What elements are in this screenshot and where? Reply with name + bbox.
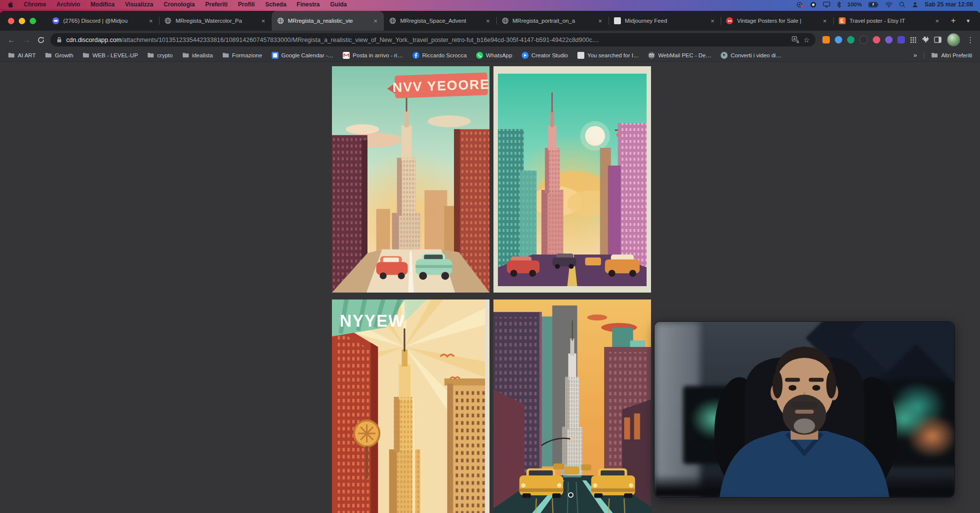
discord-favicon xyxy=(52,17,59,24)
close-tab-icon[interactable]: × xyxy=(373,17,379,25)
tab-watercolor[interactable]: MRregista_Watercolor_Pa × xyxy=(159,11,271,31)
bookmark-label: Altri Preferiti xyxy=(941,52,972,58)
bookmark-label: Riccardo Scrocca xyxy=(422,52,467,58)
close-tab-icon[interactable]: × xyxy=(934,17,940,25)
bookmark-you-searched[interactable]: You searched for I… xyxy=(577,52,639,59)
bookmark-other-favorites[interactable]: Altri Preferiti xyxy=(931,52,972,59)
google-calendar-icon xyxy=(272,52,279,59)
user-switch-icon[interactable] xyxy=(912,1,918,8)
tab-search-chevron-icon[interactable]: ▾ xyxy=(961,14,975,28)
extension-icon-green[interactable] xyxy=(847,36,855,43)
bookmarks-overflow-chevron[interactable]: » xyxy=(913,51,917,59)
tab-discord[interactable]: (2765) Discord | @Midjou × xyxy=(47,11,159,31)
whatsapp-icon xyxy=(476,52,483,59)
menu-item-modifica[interactable]: Modifica xyxy=(90,1,115,8)
bookmark-label: WEB - LEVEL-UP xyxy=(92,52,138,58)
menu-item-chrome[interactable]: Chrome xyxy=(24,1,46,8)
side-panel-icon[interactable] xyxy=(934,37,941,43)
bookmark-web-level-up[interactable]: WEB - LEVEL-UP xyxy=(82,52,138,59)
menu-item-guida[interactable]: Guida xyxy=(330,1,347,8)
apple-menu-icon[interactable] xyxy=(7,1,13,8)
tab-etsy[interactable]: E Travel poster - Etsy IT × xyxy=(833,11,945,31)
menu-clock[interactable]: Sab 25 mar 12:08 xyxy=(925,1,973,8)
bookmark-facebook-profile[interactable]: Riccardo Scrocca xyxy=(412,52,467,59)
bookmark-label: Growth xyxy=(55,52,73,58)
globe-favicon xyxy=(277,17,284,24)
bookmark-star-icon[interactable]: ☆ xyxy=(803,36,810,44)
chrome-menu-kebab-icon[interactable]: ⋮ xyxy=(967,36,974,44)
back-button[interactable]: ← xyxy=(6,36,16,44)
bookmark-label: Posta in arrivo - ri… xyxy=(353,52,403,58)
page-content: NVV YEOORE xyxy=(0,62,980,513)
menu-item-visualizza[interactable]: Visualizza xyxy=(125,1,153,8)
menu-item-profili[interactable]: Profili xyxy=(238,1,255,8)
poster-new-york-top-right xyxy=(493,66,651,293)
spotlight-search-icon[interactable] xyxy=(899,1,905,8)
page-icon xyxy=(577,52,584,59)
bookmark-label: Google Calendar -… xyxy=(282,52,333,58)
close-tab-icon[interactable]: × xyxy=(485,17,491,25)
extension-icon-indigo[interactable] xyxy=(898,36,905,43)
extensions-puzzle-icon[interactable] xyxy=(922,36,929,43)
bookmark-creator-studio[interactable]: Creator Studio xyxy=(522,52,568,59)
tab-label: (2765) Discord | @Midjou xyxy=(63,18,144,24)
close-tab-icon[interactable]: × xyxy=(597,17,603,25)
new-tab-button[interactable]: + xyxy=(946,14,960,28)
screen-record-icon[interactable] xyxy=(796,1,804,8)
bookmark-label: Converti i video di… xyxy=(731,52,781,58)
tab-label: MRregista_Space_Advent xyxy=(400,18,481,24)
bookmark-google-calendar[interactable]: Google Calendar -… xyxy=(272,52,333,59)
menu-item-cronologia[interactable]: Cronologia xyxy=(163,1,195,8)
close-tab-icon[interactable]: × xyxy=(148,17,154,25)
bookmark-gmail-inbox[interactable]: Posta in arrivo - ri… xyxy=(343,52,403,59)
bookmark-webmail-pec[interactable]: WebMail PEC - De… xyxy=(648,52,711,59)
extension-icon-purple[interactable] xyxy=(885,36,893,43)
translate-icon[interactable]: A xyxy=(792,36,799,43)
bookmark-growth[interactable]: Growth xyxy=(45,52,73,59)
extension-icon-pink[interactable] xyxy=(873,36,880,43)
profile-avatar[interactable] xyxy=(947,33,960,46)
address-bar[interactable]: cdn.discordapp.com/attachments/101351233… xyxy=(50,33,816,46)
close-window-button[interactable] xyxy=(8,18,14,24)
facebook-icon xyxy=(412,52,419,59)
pec-mail-icon xyxy=(648,52,655,59)
menu-item-archivio[interactable]: Archivio xyxy=(56,1,80,8)
bookmark-crypto[interactable]: crypto xyxy=(147,52,172,59)
tab-portrait[interactable]: MRregista_portrait_on_a × xyxy=(496,11,609,31)
tab-realistic-view-active[interactable]: MRregista_a_realistic_vie × xyxy=(272,11,384,31)
bookmark-whatsapp[interactable]: WhatsApp xyxy=(476,52,512,59)
tab-midjourney-feed[interactable]: Midjourney Feed × xyxy=(609,11,721,31)
wifi-icon[interactable] xyxy=(885,2,893,7)
bookmarks-divider xyxy=(924,51,924,59)
creator-studio-icon xyxy=(522,52,529,59)
tab-vintage-posters[interactable]: Vintage Posters for Sale | × xyxy=(721,11,833,31)
forward-button[interactable]: → xyxy=(22,36,32,44)
menu-item-scheda[interactable]: Scheda xyxy=(265,1,286,8)
extension-icon-orange[interactable] xyxy=(822,36,830,43)
reload-button[interactable] xyxy=(37,36,45,44)
midjourney-image-grid: NVV YEOORE xyxy=(332,66,651,513)
stop-record-icon[interactable] xyxy=(810,1,817,8)
extension-icon-dark[interactable] xyxy=(859,36,868,44)
bookmark-formazione[interactable]: Formazione xyxy=(222,52,262,59)
display-icon[interactable] xyxy=(823,1,830,7)
apps-grid-icon[interactable] xyxy=(910,37,917,43)
lock-icon[interactable] xyxy=(56,37,62,43)
bookmark-idealista[interactable]: idealista xyxy=(182,52,213,59)
close-tab-icon[interactable]: × xyxy=(822,17,828,25)
zoom-window-button[interactable] xyxy=(30,18,36,24)
poster-title-text: NYYEW xyxy=(340,311,405,330)
poster-banner: NVV YEOORE xyxy=(387,72,490,98)
bookmark-ai-art[interactable]: AI ART xyxy=(8,52,36,59)
bookmark-converti-video[interactable]: Converti i video di… xyxy=(721,52,781,59)
minimize-window-button[interactable] xyxy=(19,18,25,24)
tab-space-adventure[interactable]: MRregista_Space_Advent × xyxy=(384,11,496,31)
close-tab-icon[interactable]: × xyxy=(710,17,716,25)
menu-item-finestra[interactable]: Finestra xyxy=(297,1,320,8)
globe-favicon xyxy=(502,17,509,24)
extension-icon-blue[interactable] xyxy=(835,36,842,43)
bookmark-label: AI ART xyxy=(18,52,36,58)
menu-item-preferiti[interactable]: Preferiti xyxy=(205,1,228,8)
close-tab-icon[interactable]: × xyxy=(260,17,266,25)
bluetooth-icon[interactable] xyxy=(837,1,841,8)
